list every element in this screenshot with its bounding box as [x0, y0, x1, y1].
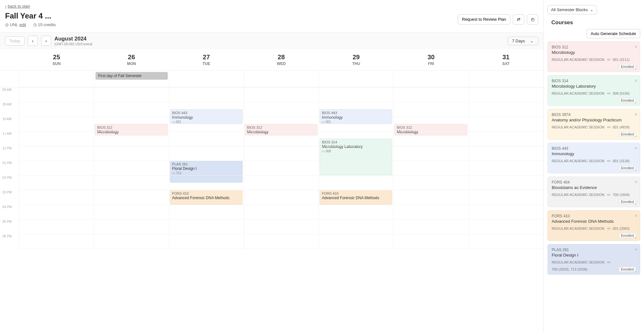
calendar-icon: ▭ [172, 120, 175, 124]
day-name: THU [319, 62, 393, 66]
calendar-icon: ▭ [607, 192, 610, 197]
next-week-button[interactable]: › [41, 36, 51, 46]
event-code: BIOS 314 [322, 140, 390, 144]
course-name: Immunology [552, 151, 636, 156]
session-label: REGULAR ACADEMIC SESSION [552, 125, 605, 129]
semester-filter-select[interactable]: All Semester Blocks ⌄ [548, 5, 597, 14]
chevron-down-icon[interactable]: ⌄ [634, 134, 637, 138]
section-label: 001 (2083) [613, 227, 630, 230]
status-badge: Enrolled [619, 64, 636, 69]
calendar-icon: ▭ [607, 226, 610, 230]
event-code: BIOS 312 [397, 126, 465, 129]
course-name: Microbiology Laboratory [552, 84, 636, 89]
course-name: Floral Design I [552, 253, 636, 257]
event-code: BIOS 443 [322, 111, 390, 115]
section-label: 700 (2633), 713 (2636) [552, 267, 588, 271]
time-label: 01 PM [0, 161, 19, 175]
course-card[interactable]: × PLAS 261 Floral Design I REGULAR ACADE… [548, 244, 640, 275]
session-label: REGULAR ACADEMIC SESSION [552, 159, 605, 163]
close-icon[interactable]: × [635, 179, 637, 185]
day-column: BIOS 312Microbiology [393, 87, 468, 249]
institution-label: UNL [10, 22, 18, 27]
range-label: 7 Days [512, 39, 525, 43]
range-select[interactable]: 7 Days ⌄ [507, 37, 538, 45]
request-review-button[interactable]: Request to Review Plan [458, 14, 510, 25]
status-badge: Enrolled [619, 165, 636, 170]
calendar-event[interactable]: FORS 410Advanced Forensic DNA Methods [170, 190, 243, 205]
event-name: Immunology [172, 115, 240, 119]
prev-week-button[interactable]: ‹ [28, 36, 38, 46]
status-badge: Enrolled [619, 267, 636, 272]
day-header: 27 TUE [169, 49, 244, 70]
time-label: 05 PM [0, 219, 19, 234]
day-number: 31 [469, 54, 543, 61]
status-badge: Enrolled [619, 233, 636, 238]
event-code: BIOS 312 [247, 126, 315, 129]
time-label: 02 PM [0, 175, 19, 190]
course-code: FORS 404 [552, 180, 636, 185]
chevron-down-icon[interactable]: ⌄ [634, 201, 637, 206]
session-label: REGULAR ACADEMIC SESSION [552, 91, 605, 95]
course-name: Microbiology [552, 50, 636, 55]
section-label: 001 (4829) [613, 125, 630, 129]
close-icon[interactable]: × [635, 112, 637, 117]
refresh-button[interactable]: ◴ [527, 14, 538, 25]
chevron-down-icon[interactable]: ⌄ [634, 235, 637, 239]
event-code: BIOS 443 [172, 111, 240, 115]
close-icon[interactable]: × [635, 44, 637, 49]
close-icon[interactable]: × [635, 146, 637, 151]
course-card[interactable]: × BIOS 312 Microbiology REGULAR ACADEMIC… [548, 41, 640, 72]
calendar-event[interactable]: BIOS 314Microbiology Laboratory▭008 [320, 139, 392, 175]
course-code: BIOS 443 [552, 146, 636, 151]
event-name: Microbiology [397, 130, 465, 134]
swap-icon: ⇄ [517, 17, 520, 22]
calendar-event[interactable]: BIOS 312Microbiology [245, 124, 317, 135]
day-name: SAT [469, 62, 543, 66]
course-card[interactable]: × BIOS 314 Microbiology Laboratory REGUL… [548, 75, 640, 106]
day-name: FRI [393, 62, 468, 66]
calendar-event[interactable]: BIOS 312Microbiology [95, 124, 167, 135]
timezone-label: (GMT-05:00) US/Central [54, 42, 92, 46]
chevron-down-icon[interactable]: ⌄ [634, 167, 637, 172]
calendar-event[interactable]: BIOS 312Microbiology [394, 124, 467, 135]
close-icon[interactable]: × [635, 247, 637, 252]
day-name: MON [94, 62, 169, 66]
back-to-plan-link[interactable]: ‹ back to plan [5, 4, 30, 9]
day-column: BIOS 312Microbiology [94, 87, 169, 249]
calendar-event[interactable]: PLAS 261Floral Design I▭713 [170, 161, 243, 183]
auto-generate-button[interactable]: Auto Generate Schedule [587, 29, 640, 38]
session-label: REGULAR ACADEMIC SESSION [552, 193, 605, 197]
course-card[interactable]: × FORS 404 Bloodstains as Evidence REGUL… [548, 177, 640, 207]
event-name: Floral Design I [172, 166, 240, 171]
today-button[interactable]: Today [5, 36, 25, 46]
course-card[interactable]: × BIOS 397A Anatomy and/or Physiology Pr… [548, 109, 640, 140]
day-name: TUE [169, 62, 244, 66]
allday-event[interactable]: First day of Fall Semester [96, 72, 167, 80]
course-card[interactable]: × BIOS 443 Immunology REGULAR ACADEMIC S… [548, 143, 640, 173]
course-code: FORS 410 [552, 214, 636, 218]
chevron-down-icon: ⌄ [590, 7, 593, 12]
day-header: 30 FRI [393, 49, 468, 70]
chevron-down-icon[interactable]: ⌄ [634, 100, 637, 104]
location-icon: ◎ [5, 22, 9, 27]
day-number: 30 [393, 54, 468, 61]
chevron-down-icon[interactable]: ⌄ [634, 269, 637, 273]
course-code: PLAS 261 [552, 248, 636, 252]
event-name: Advanced Forensic DNA Methods [322, 196, 390, 200]
close-icon[interactable]: × [635, 78, 637, 83]
event-name: Immunology [322, 115, 390, 119]
chevron-down-icon[interactable]: ⌄ [634, 66, 637, 70]
swap-button[interactable]: ⇄ [513, 14, 524, 25]
calendar-event[interactable]: FORS 410Advanced Forensic DNA Methods [320, 190, 392, 205]
time-label: 04 PM [0, 205, 19, 219]
chevron-right-icon: › [46, 39, 47, 43]
course-card[interactable]: × FORS 410 Advanced Forensic DNA Methods… [548, 210, 640, 241]
day-header: 28 WED [244, 49, 319, 70]
close-icon[interactable]: × [635, 213, 637, 218]
day-column [19, 87, 94, 249]
section-label: 700 (1604) [613, 193, 630, 197]
time-label: 06 PM [0, 234, 19, 249]
day-column: BIOS 443Immunology▭001BIOS 314Microbiolo… [319, 87, 393, 249]
course-code: BIOS 312 [552, 45, 636, 49]
edit-link[interactable]: edit [19, 22, 26, 27]
